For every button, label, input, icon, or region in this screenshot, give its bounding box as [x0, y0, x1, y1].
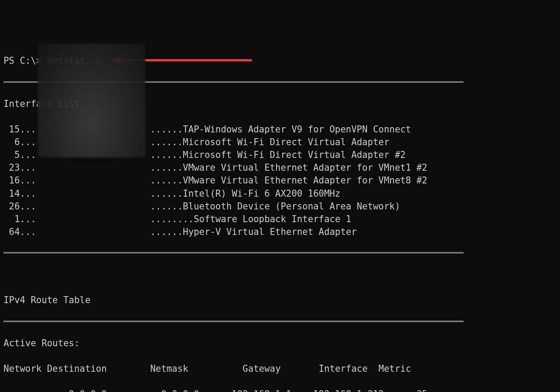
- separator-line: [4, 252, 464, 254]
- interface-row: 23... ......VMware Virtual Ethernet Adap…: [4, 161, 556, 174]
- interface-index: 15: [4, 123, 20, 136]
- interface-name: Microsoft Wi-Fi Direct Virtual Adapter #…: [183, 150, 405, 160]
- separator-line: [4, 81, 464, 83]
- interface-index: 6: [4, 136, 20, 149]
- interface-name: Microsoft Wi-Fi Direct Virtual Adapter: [183, 137, 389, 147]
- interface-list: 15... ......TAP-Windows Adapter V9 for O…: [4, 123, 556, 238]
- interface-name: VMware Virtual Ethernet Adapter for VMne…: [183, 162, 427, 173]
- interface-row: 6... ......Microsoft Wi-Fi Direct Virtua…: [4, 136, 556, 149]
- interface-index: 23: [4, 161, 20, 174]
- interface-name: Bluetooth Device (Personal Area Network): [183, 201, 400, 212]
- redacted-mac: [36, 124, 145, 135]
- interface-index: 64: [4, 226, 20, 238]
- prompt-line[interactable]: PS C:\> netstat -r: [4, 55, 556, 67]
- interface-row: 5... ......Microsoft Wi-Fi Direct Virtua…: [4, 149, 556, 161]
- interface-name: TAP-Windows Adapter V9 for OpenVPN Conne…: [183, 124, 411, 135]
- redacted-mac: [36, 137, 145, 147]
- route-header-row: Network Destination Netmask Gateway Inte…: [4, 363, 556, 375]
- dots: ......: [145, 201, 183, 212]
- redacted-mac: [36, 214, 145, 224]
- interface-index: 16: [4, 174, 20, 187]
- interface-index: 14: [4, 187, 20, 200]
- interface-index: 5: [4, 149, 20, 161]
- dots: ...: [20, 227, 36, 237]
- command-name: netstat: [47, 55, 85, 66]
- interface-index: 26: [4, 200, 20, 213]
- separator-line: [4, 321, 464, 322]
- redacted-mac: [36, 188, 145, 199]
- interface-name: Hyper-V Virtual Ethernet Adapter: [183, 227, 357, 237]
- dots: ...: [20, 188, 36, 199]
- active-routes-label: Active Routes:: [4, 337, 556, 350]
- interface-row: 16... ......VMware Virtual Ethernet Adap…: [4, 174, 556, 187]
- col-mask: Netmask: [150, 363, 188, 374]
- dots: ......: [145, 227, 183, 237]
- command-arg: -r: [85, 55, 101, 66]
- redacted-mac: [36, 227, 145, 237]
- col-iface: Interface: [319, 363, 368, 374]
- redacted-mac: [36, 201, 145, 212]
- interface-row: 15... ......TAP-Windows Adapter V9 for O…: [4, 123, 556, 136]
- blank-line: [4, 268, 556, 281]
- interface-list-title: Interface List: [4, 98, 556, 110]
- redacted-mac: [36, 162, 145, 173]
- dots: ......: [145, 124, 183, 135]
- interface-name: Intel(R) Wi-Fi 6 AX200 160MHz: [183, 188, 340, 199]
- interface-name: Software Loopback Interface 1: [194, 214, 351, 224]
- col-dest: Network Destination: [4, 363, 107, 374]
- interface-row: 14... ......Intel(R) Wi-Fi 6 AX200 160MH…: [4, 187, 556, 200]
- route-list: 0.0.0.0 0.0.0.0 192.168.1.1 192.168.1.21…: [4, 388, 556, 392]
- route-row: 0.0.0.0 0.0.0.0 192.168.1.1 192.168.1.21…: [4, 388, 556, 392]
- dots: ...: [20, 137, 36, 147]
- col-gw: Gateway: [243, 363, 280, 374]
- redacted-mac: [36, 150, 145, 160]
- dots: ...: [20, 162, 36, 173]
- dots: ...: [20, 201, 36, 212]
- interface-index: 1: [4, 213, 20, 226]
- dots: ...: [20, 124, 36, 135]
- dots: ......: [145, 137, 183, 147]
- annotation-arrow-icon: [111, 56, 252, 64]
- interface-name: VMware Virtual Ethernet Adapter for VMne…: [183, 175, 427, 186]
- dots: ......: [145, 188, 183, 199]
- dots: ...: [20, 175, 36, 186]
- dots: ...: [20, 214, 36, 224]
- dots: ......: [145, 150, 183, 160]
- prompt-prefix: PS C:\>: [4, 55, 47, 66]
- col-metric: Metric: [379, 363, 411, 374]
- redacted-mac: [36, 175, 145, 186]
- svg-marker-1: [111, 57, 121, 64]
- route-table-title: IPv4 Route Table: [4, 294, 556, 307]
- interface-row: 1... ........Software Loopback Interface…: [4, 213, 556, 226]
- dots: ...: [20, 150, 36, 160]
- dots: ......: [145, 162, 183, 173]
- interface-row: 64... ......Hyper-V Virtual Ethernet Ada…: [4, 226, 556, 238]
- dots: ......: [145, 175, 183, 186]
- interface-row: 26... ......Bluetooth Device (Personal A…: [4, 200, 556, 213]
- dots: ........: [145, 214, 194, 224]
